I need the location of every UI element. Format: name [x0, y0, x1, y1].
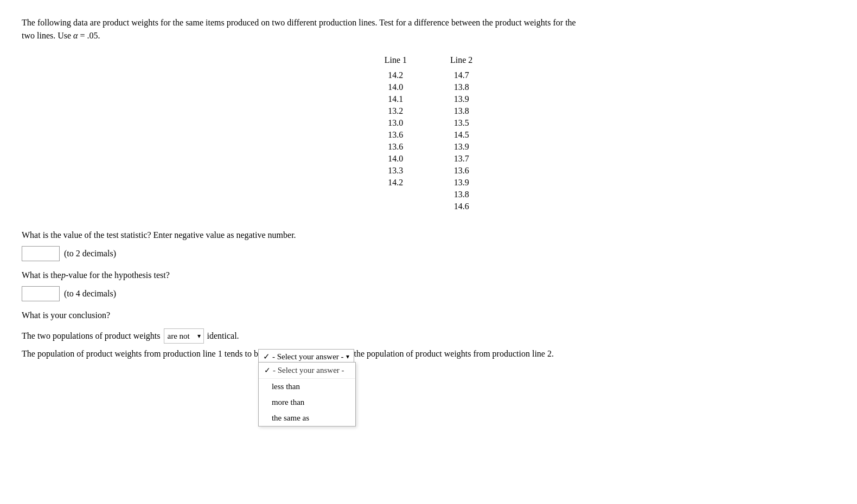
- table-row: 14.2: [363, 177, 428, 189]
- col1-header: Line 1: [363, 53, 428, 69]
- table-row: 13.5: [428, 117, 494, 129]
- table-row: 13.6: [428, 165, 494, 177]
- q2-input-row: (to 4 decimals): [22, 286, 835, 301]
- inline-select-wrapper[interactable]: ✓ - Select your answer - ▾ ✓ - Select yo…: [258, 349, 354, 364]
- q2-label: (to 4 decimals): [64, 289, 116, 299]
- table-row: 13.8: [428, 81, 494, 93]
- table-row: 13.6: [363, 129, 428, 141]
- q1-label: (to 2 decimals): [64, 249, 116, 259]
- table-row: 13.7: [428, 153, 494, 165]
- q1-text: What is the value of the test statistic?…: [22, 229, 835, 242]
- conclusion-dropdown[interactable]: are not are: [164, 328, 204, 344]
- table-row: 13.2: [363, 105, 428, 117]
- p-value-input[interactable]: [22, 286, 60, 301]
- data-table: Line 1 Line 2 14.214.714.013.814.113.913…: [363, 53, 495, 212]
- population-prefix: The population of product weights from p…: [22, 349, 258, 359]
- dropdown-header: ✓ - Select your answer -: [259, 363, 355, 379]
- conclusion-row: The two populations of product weights a…: [22, 328, 835, 344]
- dropdown-header-label: - Select your answer -: [273, 366, 344, 375]
- p-symbol: p: [61, 270, 66, 280]
- conclusion-suffix: identical.: [207, 331, 239, 341]
- table-row: 13.8: [428, 105, 494, 117]
- data-table-container: Line 1 Line 2 14.214.714.013.814.113.913…: [22, 53, 835, 212]
- dropdown-item-less-than[interactable]: less than: [259, 379, 355, 395]
- dropdown-popup[interactable]: ✓ - Select your answer - less than more …: [258, 362, 356, 427]
- dropdown-item-same-as[interactable]: the same as: [259, 410, 355, 426]
- table-row: 13.9: [428, 177, 494, 189]
- dropdown-item-more-than[interactable]: more than: [259, 395, 355, 410]
- q2-section: What is thep-value for the hypothesis te…: [22, 269, 835, 301]
- select-label: - Select your answer -: [272, 352, 344, 361]
- q1-section: What is the value of the test statistic?…: [22, 229, 835, 261]
- table-row: 14.0: [363, 153, 428, 165]
- table-row: 13.9: [428, 141, 494, 153]
- table-row: 13.9: [428, 93, 494, 105]
- intro-line2: two lines. Use: [22, 31, 71, 40]
- q2-text: What is thep-value for the hypothesis te…: [22, 269, 835, 282]
- test-statistic-input[interactable]: [22, 246, 60, 261]
- table-row: 14.5: [428, 129, 494, 141]
- table-row: [363, 201, 428, 212]
- q1-input-row: (to 2 decimals): [22, 246, 835, 261]
- table-row: [363, 189, 428, 201]
- table-row: 13.8: [428, 189, 494, 201]
- intro-paragraph: The following data are product weights f…: [22, 16, 835, 42]
- table-row: 14.2: [363, 69, 428, 81]
- col2-header: Line 2: [428, 53, 494, 69]
- table-row: 13.0: [363, 117, 428, 129]
- table-row: 13.3: [363, 165, 428, 177]
- table-row: 14.7: [428, 69, 494, 81]
- conclusion-select-wrapper[interactable]: are not are: [164, 328, 204, 344]
- alpha-equals: = .05.: [80, 31, 100, 40]
- population-row: The population of product weights from p…: [22, 349, 835, 364]
- check-icon: ✓: [264, 366, 271, 375]
- chevron-down-icon: ▾: [346, 353, 349, 361]
- table-row: 14.0: [363, 81, 428, 93]
- table-row: 14.1: [363, 93, 428, 105]
- conclusion-prefix: The two populations of product weights: [22, 331, 161, 341]
- table-row: 13.6: [363, 141, 428, 153]
- table-row: 14.6: [428, 201, 494, 212]
- population-suffix: the population of product weights from p…: [354, 349, 554, 359]
- q3-text: What is your conclusion?: [22, 309, 835, 322]
- alpha-symbol: α: [73, 31, 78, 40]
- q3-section: What is your conclusion?: [22, 309, 835, 322]
- checkmark-icon: ✓: [263, 352, 270, 361]
- intro-line1: The following data are product weights f…: [22, 18, 576, 27]
